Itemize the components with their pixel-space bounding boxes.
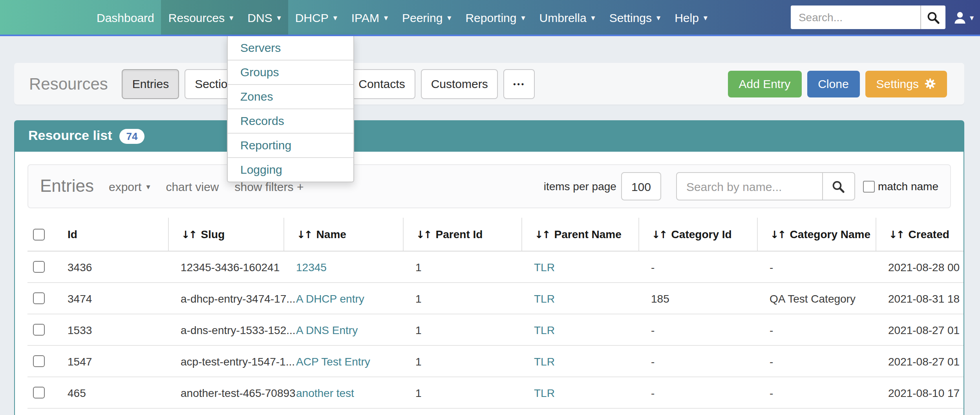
nav-item-label: IPAM (351, 11, 379, 24)
chevron-down-icon: ▾ (521, 14, 525, 22)
dns-menu-item[interactable]: Servers (228, 36, 353, 60)
name-link[interactable]: 12345 (296, 261, 327, 273)
action-button-label: Add Entry (739, 77, 790, 90)
tab-label: Customers (431, 77, 488, 90)
table-header-row: Id↓↑Slug↓↑Name↓↑Parent Id↓↑Parent Name↓↑… (27, 218, 964, 252)
cell-value: - (770, 355, 773, 367)
nav-item[interactable]: DNS ▾ (240, 0, 288, 35)
column-label: Category Id (671, 228, 732, 241)
search-icon (927, 11, 940, 24)
dns-menu-item[interactable]: Groups (228, 60, 353, 84)
name-search-input[interactable] (676, 172, 823, 200)
action-button[interactable]: Settings (865, 70, 947, 97)
match-name-checkbox[interactable] (863, 180, 875, 192)
user-menu[interactable]: ▾ (953, 11, 974, 24)
resource-tab[interactable]: Contacts (348, 69, 415, 99)
name-link[interactable]: ACP Test Entry (296, 355, 370, 367)
cell-value: 2021-08-28 00 (888, 261, 960, 273)
parent_name-link[interactable]: TLR (534, 292, 555, 305)
cell-id: 1547 (55, 346, 168, 376)
parent_name-link[interactable]: TLR (534, 386, 555, 399)
resource-list-body: Entries export ▾ chart view (14, 152, 964, 415)
global-search-input[interactable] (791, 6, 920, 29)
cell-parent_name: TLR (521, 252, 638, 282)
nav-item-label: Settings (609, 11, 652, 24)
name-search-button[interactable] (823, 172, 855, 200)
cell-value: 2021-08-31 18 (888, 292, 960, 305)
chevron-down-icon: ▾ (333, 14, 337, 22)
dns-menu-item[interactable]: Logging (228, 157, 353, 182)
resource-tab[interactable]: Customers (421, 69, 498, 99)
row-checkbox[interactable] (33, 292, 45, 304)
row-checkbox[interactable] (33, 355, 45, 367)
nav-item[interactable]: IPAM ▾ (344, 0, 395, 35)
name-link[interactable]: A DHCP entry (296, 292, 364, 305)
name-link[interactable]: another test (296, 386, 354, 399)
column-header-parent_name[interactable]: ↓↑Parent Name (521, 218, 638, 251)
navbar-right: ▾ (791, 0, 980, 35)
global-search-button[interactable] (920, 6, 945, 29)
cell-created: 2021-08-10 17 (876, 377, 964, 408)
sort-icon: ↓↑ (889, 228, 904, 240)
items-per-page-input[interactable] (621, 172, 661, 200)
resource-tab[interactable]: ••• (504, 69, 535, 99)
column-header-category_name[interactable]: ↓↑Category Name (757, 218, 876, 251)
app-viewport: Dashboard Resources ▾ DNS ▾ DHCP ▾ (0, 0, 980, 415)
cell-parent_id: 1 (403, 252, 521, 282)
action-button[interactable]: Add Entry (728, 70, 801, 97)
cell-value: 1533 (68, 323, 92, 336)
name-search-group (676, 172, 855, 200)
parent_name-link[interactable]: TLR (534, 261, 555, 273)
table-body: 343612345-3436-160241123451TLR--2021-08-… (27, 252, 964, 409)
cell-name: 12345 (283, 252, 403, 282)
tab-label: Contacts (358, 77, 405, 90)
dns-menu-item[interactable]: Records (228, 108, 353, 133)
panel-link[interactable]: export ▾ (109, 180, 150, 193)
cell-value: 2021-08-10 17 (888, 386, 960, 399)
cell-parent_name: TLR (521, 283, 638, 314)
column-header-parent_id[interactable]: ↓↑Parent Id (403, 218, 521, 251)
row-select-cell (27, 283, 55, 314)
parent_name-link[interactable]: TLR (534, 323, 555, 336)
cell-value: 2021-08-27 01 (888, 323, 960, 336)
cell-category_id: - (638, 346, 757, 376)
user-icon (953, 11, 967, 24)
nav-item-label: DHCP (295, 11, 329, 24)
cell-value: 1547 (68, 355, 92, 367)
action-button[interactable]: Clone (807, 70, 859, 97)
cell-value: - (651, 355, 655, 367)
column-label: Category Name (790, 228, 870, 241)
nav-item[interactable]: Resources ▾ (161, 0, 240, 35)
select-all-checkbox[interactable] (33, 228, 45, 240)
panel-link[interactable]: chart view (166, 180, 219, 193)
nav-item[interactable]: Reporting ▾ (458, 0, 532, 35)
column-header-name[interactable]: ↓↑Name (283, 218, 403, 251)
row-checkbox[interactable] (33, 387, 45, 398)
cell-value: - (770, 261, 773, 273)
resource-tab[interactable]: Entries (122, 69, 179, 99)
name-link[interactable]: A DNS Entry (296, 323, 358, 336)
row-checkbox[interactable] (33, 324, 45, 336)
row-select-cell (27, 346, 55, 376)
resource-list-portlet: Resource list 74 Entries export ▾ (14, 120, 964, 415)
nav-item[interactable]: Umbrella ▾ (532, 0, 602, 35)
column-header-created[interactable]: ↓↑Created (876, 218, 964, 251)
cell-category_name: - (757, 377, 876, 408)
cell-category_name: QA Test Category (757, 283, 876, 314)
global-search (791, 6, 945, 29)
dns-menu-item[interactable]: Reporting (228, 133, 353, 157)
nav-item[interactable]: Peering ▾ (395, 0, 458, 35)
toolbar-actions: Add Entry Clone Settings (728, 70, 947, 97)
nav-item[interactable]: Help ▾ (667, 0, 715, 35)
parent_name-link[interactable]: TLR (534, 355, 555, 367)
row-select-cell (27, 314, 55, 345)
row-checkbox[interactable] (33, 261, 45, 273)
chevron-down-icon: ▾ (704, 14, 708, 22)
nav-item[interactable]: DHCP ▾ (288, 0, 344, 35)
dns-menu-item[interactable]: Zones (228, 84, 353, 108)
column-label: Id (68, 228, 77, 241)
column-header-category_id[interactable]: ↓↑Category Id (638, 218, 757, 251)
nav-item[interactable]: Settings ▾ (602, 0, 667, 35)
nav-item[interactable]: Dashboard (90, 0, 161, 35)
column-header-slug[interactable]: ↓↑Slug (168, 218, 283, 251)
